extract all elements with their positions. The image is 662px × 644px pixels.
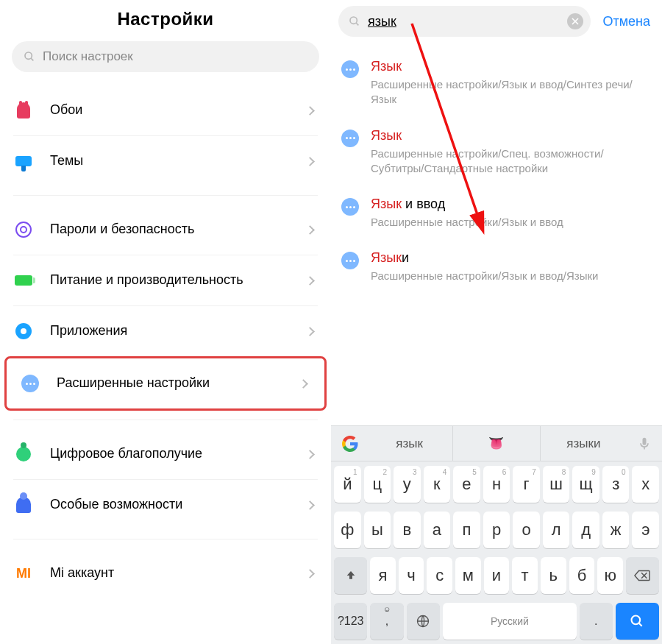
key-щ[interactable]: щ9 [572, 466, 599, 503]
key-ц[interactable]: ц2 [364, 466, 391, 503]
search-result[interactable]: Язык Расширенные настройки/Спец. возможн… [332, 118, 662, 187]
backspace-icon [634, 570, 650, 581]
key-м[interactable]: м [455, 557, 481, 594]
backspace-key[interactable] [626, 557, 659, 594]
fingerprint-icon [15, 222, 32, 238]
settings-item-label: Темы [50, 152, 307, 169]
key-с[interactable]: с [427, 557, 452, 594]
svg-line-1 [31, 58, 33, 60]
key-ю[interactable]: ю [597, 557, 623, 594]
key-а[interactable]: а [424, 512, 451, 548]
key-й[interactable]: й1 [334, 466, 361, 503]
symbols-key[interactable]: ?123 [334, 603, 367, 640]
key-и[interactable]: и [484, 557, 510, 594]
key-ы[interactable]: ы [364, 512, 391, 548]
comma-key[interactable]: ,☺ [370, 603, 403, 640]
search-input[interactable]: язык [338, 6, 591, 37]
tulip-icon [17, 102, 30, 118]
emoji-suggestion[interactable]: 👅 [452, 426, 539, 461]
settings-item-label: Цифровое благополучие [50, 445, 307, 462]
result-path: Расширенные настройки/Язык и ввод/Языки [371, 269, 653, 283]
close-icon [572, 18, 579, 25]
search-icon [24, 51, 35, 63]
key-з[interactable]: з0 [602, 466, 630, 503]
key-п[interactable]: п [453, 512, 480, 548]
search-key[interactable] [616, 603, 659, 640]
key-г[interactable]: г7 [513, 466, 540, 503]
battery-icon [15, 275, 32, 286]
settings-item-accessibility[interactable]: Особые возможности [0, 480, 331, 530]
result-title: Языки [371, 250, 653, 266]
search-result[interactable]: Языки Расширенные настройки/Язык и ввод/… [332, 240, 662, 294]
key-ш[interactable]: ш8 [543, 466, 570, 503]
svg-line-10 [639, 623, 642, 626]
highlighted-item-box: Расширенные настройки [4, 356, 327, 411]
search-result[interactable]: Язык Расширенные настройки/Язык и ввод/С… [332, 49, 662, 118]
clear-button[interactable] [567, 13, 583, 29]
mic-icon[interactable] [637, 436, 652, 451]
dots-icon [21, 375, 39, 392]
dots-icon [341, 130, 359, 147]
settings-item-mi-account[interactable]: MI Mi аккаунт [0, 548, 331, 590]
key-к[interactable]: к4 [424, 466, 451, 503]
shift-key[interactable] [334, 557, 367, 594]
settings-item-apps[interactable]: Приложения [0, 306, 331, 356]
result-path: Расширенные настройки/Язык и ввод [371, 215, 653, 230]
settings-item-security[interactable]: Пароли и безопасность [0, 205, 331, 255]
key-б[interactable]: б [569, 557, 595, 594]
globe-icon [416, 614, 430, 629]
chevron-right-icon [305, 106, 315, 116]
key-л[interactable]: л [543, 512, 570, 548]
key-о[interactable]: о [513, 512, 540, 548]
result-title: Язык [371, 59, 653, 74]
result-title: Язык и ввод [371, 197, 653, 212]
dots-icon [341, 60, 359, 78]
search-icon [630, 614, 644, 629]
period-key[interactable]: . [580, 603, 613, 640]
search-header: язык Отмена [331, 0, 662, 43]
search-query-text: язык [368, 14, 567, 29]
svg-point-2 [350, 17, 357, 24]
key-я[interactable]: я [370, 557, 396, 594]
svg-point-9 [632, 616, 641, 625]
suggestion[interactable]: языки [540, 426, 627, 461]
cancel-button[interactable]: Отмена [598, 14, 655, 29]
chevron-right-icon [305, 157, 315, 166]
settings-search[interactable]: Поиск настроек [12, 41, 319, 72]
settings-item-advanced[interactable]: Расширенные настройки [7, 358, 324, 408]
dots-icon [341, 198, 359, 216]
space-key[interactable]: Русский [443, 603, 577, 640]
key-у[interactable]: у3 [394, 466, 421, 503]
key-row: ?123 ,☺ Русский . [331, 598, 662, 644]
key-е[interactable]: е5 [453, 466, 480, 503]
result-title: Язык [371, 128, 653, 144]
key-р[interactable]: р [483, 512, 510, 548]
settings-item-themes[interactable]: Темы [0, 136, 331, 186]
google-icon[interactable] [341, 435, 359, 453]
settings-item-wellbeing[interactable]: Цифровое благополучие [0, 429, 331, 479]
key-д[interactable]: д [572, 512, 599, 548]
key-ч[interactable]: ч [399, 557, 424, 594]
key-ж[interactable]: ж [602, 512, 630, 548]
key-ь[interactable]: ь [541, 557, 566, 594]
key-э[interactable]: э [632, 512, 659, 548]
key-х[interactable]: х [632, 466, 659, 503]
settings-item-label: Расширенные настройки [57, 375, 300, 392]
suggestion[interactable]: язык [366, 426, 452, 461]
key-н[interactable]: н6 [483, 466, 510, 503]
key-т[interactable]: т [512, 557, 538, 594]
settings-item-label: Приложения [50, 322, 307, 339]
svg-point-0 [25, 52, 32, 59]
search-result[interactable]: Язык и ввод Расширенные настройки/Язык и… [332, 186, 662, 240]
search-results-list: Язык Расширенные настройки/Язык и ввод/С… [331, 43, 662, 294]
settings-item-power[interactable]: Питание и производительность [0, 255, 331, 305]
search-icon [349, 15, 360, 27]
brush-icon [15, 156, 32, 166]
language-key[interactable] [407, 603, 440, 640]
search-results-panel: язык Отмена Язык Расширенные настройки/Я… [331, 0, 662, 644]
chevron-right-icon [305, 569, 315, 578]
key-ф[interactable]: ф [334, 512, 361, 548]
key-в[interactable]: в [394, 512, 421, 548]
settings-item-wallpaper[interactable]: Обои [0, 85, 331, 135]
chevron-right-icon [305, 500, 315, 510]
